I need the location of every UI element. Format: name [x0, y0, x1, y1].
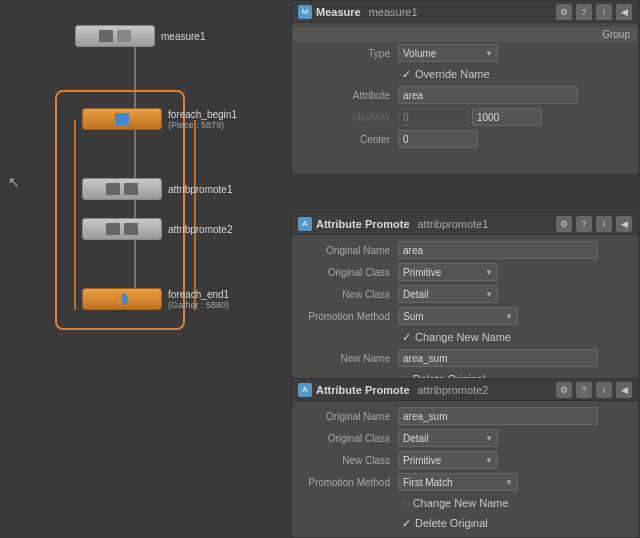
attribpromote1-subtitle: attribpromote1 [418, 218, 489, 230]
attribpromote1-panel: A Attribute Promote attribpromote1 ⚙ ? i… [291, 212, 639, 394]
ap1-promotion-arrow: ▼ [505, 312, 513, 321]
measure-type-select[interactable]: Volume ▼ [398, 44, 498, 62]
attribpromote2-panel-header: A Attribute Promote attribpromote2 ⚙ ? i… [292, 379, 638, 401]
attribpromote2-header-icons: ⚙ ? i ◀ [556, 382, 632, 398]
attribpromote1-collapse-icon[interactable]: ◀ [616, 216, 632, 232]
measure-gear-icon[interactable]: ⚙ [556, 4, 572, 20]
node-foreach-end1-labels: foreach_end1 (Gather : 5880) [168, 289, 229, 310]
node-attribpromote1[interactable]: attribpromote1 [82, 178, 232, 200]
node-icon2-measure1 [117, 30, 131, 42]
node-icon-attribpromote1 [106, 183, 120, 195]
attribpromote2-header-left: A Attribute Promote attribpromote2 [298, 383, 488, 397]
node-foreach-begin1-labels: foreach_begin1 (Piece : 5879) [168, 109, 237, 130]
ap2-origclass-label: Original Class [298, 433, 398, 444]
node-icon-foreach-end1 [116, 293, 128, 305]
cursor: ↖ [8, 174, 20, 190]
attribpromote2-collapse-icon[interactable]: ◀ [616, 382, 632, 398]
ap2-promotion-value: First Match [403, 477, 452, 488]
measure-type-label: Type [298, 48, 398, 59]
ap1-promotion-value: Sum [403, 311, 424, 322]
ap2-origclass-select[interactable]: Detail ▼ [398, 429, 498, 447]
node-foreach-begin1[interactable]: foreach_begin1 (Piece : 5879) [82, 108, 237, 130]
node-icon-measure1 [99, 30, 113, 42]
ap1-promotion-select[interactable]: Sum ▼ [398, 307, 518, 325]
node-box-attribpromote1[interactable] [82, 178, 162, 200]
measure-minmax-label: Min/Max [298, 112, 398, 123]
ap1-newclass-row: New Class Detail ▼ [292, 283, 638, 305]
ap1-changenewname-label: Change New Name [415, 331, 511, 343]
node-attribpromote2[interactable]: attribpromote2 [82, 218, 232, 240]
measure-override-checkbox[interactable]: ✓ Override Name [402, 68, 490, 81]
node-icon-foreach-begin1 [115, 113, 129, 125]
ap1-changenewname-checkbox[interactable]: ✓ Change New Name [402, 331, 511, 344]
measure-collapse-icon[interactable]: ◀ [616, 4, 632, 20]
attribpromote1-gear-icon[interactable]: ⚙ [556, 216, 572, 232]
ap2-promotion-arrow: ▼ [505, 478, 513, 487]
attribpromote2-help-icon[interactable]: ? [576, 382, 592, 398]
ap1-origclass-arrow: ▼ [485, 268, 493, 277]
attribpromote2-title: Attribute Promote [316, 384, 410, 396]
measure-panel-header: M Measure measure1 ⚙ ? i ◀ [292, 1, 638, 23]
node-measure1[interactable]: measure1 [75, 25, 205, 47]
ap2-newclass-select[interactable]: Primitive ▼ [398, 451, 498, 469]
node-box-foreach-end1[interactable] [82, 288, 162, 310]
measure-center-value: 0 [403, 134, 409, 145]
ap2-origname-row: Original Name area_sum [292, 405, 638, 427]
ap1-changenewname-row: ✓ Change New Name [292, 327, 638, 347]
ap1-newname-value: area_sum [403, 353, 447, 364]
ap2-deleteoriginal-label: Delete Original [415, 517, 488, 529]
ap2-changenewname-row: □ Change New Name [292, 493, 638, 513]
node-box-foreach-begin1[interactable] [82, 108, 162, 130]
measure-panel-header-left: M Measure measure1 [298, 5, 418, 19]
node-graph: ↖ measure1 foreach_begin1 (Piece : 5879)… [0, 0, 285, 538]
ap2-newclass-arrow: ▼ [485, 456, 493, 465]
attribpromote2-info-icon[interactable]: i [596, 382, 612, 398]
ap2-newclass-label: New Class [298, 455, 398, 466]
ap1-origclass-row: Original Class Primitive ▼ [292, 261, 638, 283]
ap1-origname-value: area [403, 245, 423, 256]
ap2-origclass-row: Original Class Detail ▼ [292, 427, 638, 449]
node-foreach-end1[interactable]: foreach_end1 (Gather : 5880) [82, 288, 229, 310]
ap2-changenewname-label: Change New Name [413, 497, 509, 509]
ap2-deleteoriginal-checkbox[interactable]: ✓ Delete Original [402, 517, 488, 530]
ap2-changenewname-checkbox[interactable]: □ Change New Name [402, 497, 509, 509]
node-label-foreach-begin1: foreach_begin1 [168, 109, 237, 120]
ap2-origname-input[interactable]: area_sum [398, 407, 598, 425]
ap1-origname-row: Original Name area [292, 239, 638, 261]
node-icon-attribpromote2 [106, 223, 120, 235]
ap1-promotion-label: Promotion Method [298, 311, 398, 322]
measure-type-value: Volume [403, 48, 436, 59]
ap1-newname-input[interactable]: area_sum [398, 349, 598, 367]
ap2-origclass-arrow: ▼ [485, 434, 493, 443]
measure-min-input[interactable]: 0 [398, 108, 468, 126]
ap1-newclass-select[interactable]: Detail ▼ [398, 285, 498, 303]
measure-panel: M Measure measure1 ⚙ ? i ◀ Group Type Vo… [291, 0, 639, 175]
ap1-origclass-select[interactable]: Primitive ▼ [398, 263, 498, 281]
ap1-newname-row: New Name area_sum [292, 347, 638, 369]
ap1-origname-input[interactable]: area [398, 241, 598, 259]
measure-max-input[interactable]: 1000 [472, 108, 542, 126]
node-box-measure1[interactable] [75, 25, 155, 47]
node-box-attribpromote2[interactable] [82, 218, 162, 240]
measure-center-input[interactable]: 0 [398, 130, 478, 148]
ap1-newname-label: New Name [298, 353, 398, 364]
attribpromote2-gear-icon[interactable]: ⚙ [556, 382, 572, 398]
measure-attribute-input[interactable]: area [398, 86, 578, 104]
ap2-newclass-value: Primitive [403, 455, 441, 466]
ap2-promotion-select[interactable]: First Match ▼ [398, 473, 518, 491]
attribpromote1-header-icons: ⚙ ? i ◀ [556, 216, 632, 232]
ap2-origclass-value: Detail [403, 433, 429, 444]
attribpromote1-info-icon[interactable]: i [596, 216, 612, 232]
ap1-origclass-value: Primitive [403, 267, 441, 278]
node-label-attribpromote1: attribpromote1 [168, 184, 232, 195]
measure-center-label: Center [298, 134, 398, 145]
attribpromote1-help-icon[interactable]: ? [576, 216, 592, 232]
measure-info-icon[interactable]: i [596, 4, 612, 20]
attribpromote1-title: Attribute Promote [316, 218, 410, 230]
measure-min-value: 0 [403, 112, 409, 123]
measure-panel-icon: M [298, 5, 312, 19]
measure-minmax-row: Min/Max 0 1000 [292, 106, 638, 128]
ap2-deleteoriginal-check: ✓ [402, 517, 411, 530]
ap2-deleteoriginal-row: ✓ Delete Original [292, 513, 638, 533]
measure-help-icon[interactable]: ? [576, 4, 592, 20]
